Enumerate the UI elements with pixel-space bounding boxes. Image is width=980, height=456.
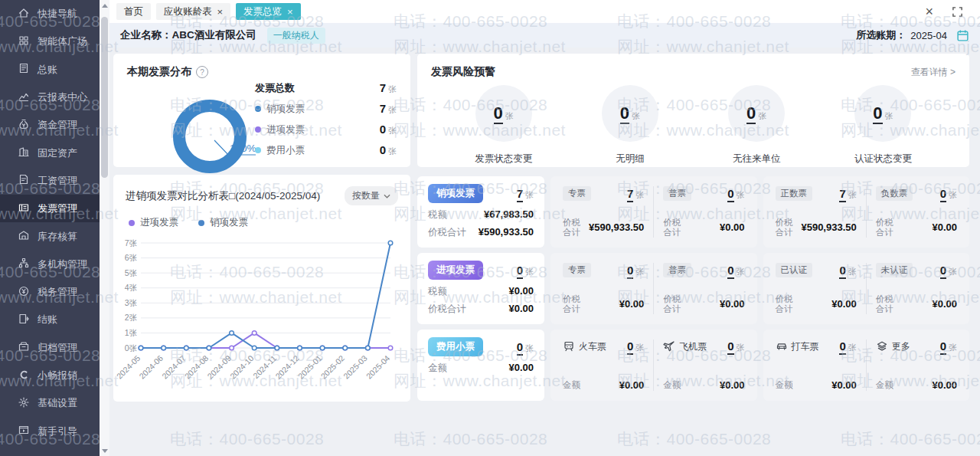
field-value: ¥590,933.50 bbox=[479, 226, 534, 239]
home-icon bbox=[18, 7, 30, 21]
count-link[interactable]: 7 bbox=[839, 187, 845, 202]
count-link[interactable]: 0 bbox=[940, 340, 946, 355]
invoice-type-badge[interactable]: 销项发票 bbox=[428, 184, 483, 203]
scroll-down-arrow-icon[interactable] bbox=[100, 445, 109, 456]
tab-label: 首页 bbox=[124, 5, 143, 18]
sub-field-value: ¥0.00 bbox=[932, 379, 957, 391]
tab-1[interactable]: 首页 bbox=[116, 3, 151, 20]
sidebar-item-7[interactable]: 工资管理 bbox=[0, 167, 100, 195]
scroll-up-arrow-icon[interactable] bbox=[100, 0, 109, 11]
chart-legend: 进项发票销项发票 bbox=[113, 205, 410, 229]
sub-bottom-line: 金额¥0.00 bbox=[776, 379, 857, 391]
count-link[interactable]: 0 bbox=[627, 264, 633, 279]
sub-type-badge: 普票 bbox=[663, 263, 691, 277]
sidebar-item-label: 发票管理 bbox=[38, 202, 77, 215]
legend-value: 0张 bbox=[380, 123, 397, 136]
sidebar-item-2[interactable]: 智能体广场 bbox=[0, 28, 100, 55]
maximize-icon[interactable] bbox=[952, 6, 963, 18]
sidebar: 快捷导航智能体广场总账云报表中心资金管理固定资产工资管理发票管理库存核算多机构管… bbox=[0, 0, 109, 456]
invoice-type-badge[interactable]: 进项发票 bbox=[428, 261, 483, 280]
period-label: 所选账期： bbox=[856, 28, 906, 42]
count-link[interactable]: 0 bbox=[727, 264, 733, 279]
invoice-sub-item: 普票0张价税合计¥0.00 bbox=[653, 263, 753, 314]
sub-field-value: ¥590,933.50 bbox=[801, 221, 856, 233]
sidebar-item-8[interactable]: 发票管理 bbox=[0, 195, 100, 222]
count-link[interactable]: 0 bbox=[517, 340, 523, 356]
legend-dot-icon bbox=[198, 220, 204, 226]
sidebar-item-16[interactable]: 新手引导 bbox=[0, 417, 100, 445]
main-card-top: 进项发票0张 bbox=[428, 261, 534, 280]
count-link[interactable]: 0 bbox=[839, 340, 845, 355]
invoice-sub-group: 专票0张价税合计¥0.00普票0张价税合计¥0.00 bbox=[550, 253, 757, 324]
sub-top-line: 更多0张 bbox=[876, 340, 957, 353]
count-link[interactable]: 0 bbox=[727, 340, 733, 355]
sidebar-item-12[interactable]: 结账 bbox=[0, 306, 100, 333]
legend-label: 进项发票 bbox=[255, 123, 305, 136]
donut-chart bbox=[173, 100, 247, 173]
view-details-link[interactable]: 查看详情 > bbox=[911, 66, 956, 79]
sidebar-scrollbar-thumb[interactable] bbox=[101, 17, 108, 178]
agent-plaza-icon bbox=[18, 34, 30, 49]
by-quantity-dropdown[interactable]: 按数量 bbox=[345, 186, 398, 205]
risk-count[interactable]: 0 bbox=[620, 103, 629, 124]
inventory-icon bbox=[18, 229, 30, 244]
sidebar-item-3[interactable]: 总账 bbox=[0, 56, 100, 84]
sidebar-item-15[interactable]: 基础设置 bbox=[0, 389, 100, 417]
count-link[interactable]: 0 bbox=[517, 264, 523, 279]
count-link[interactable]: 0 bbox=[727, 187, 733, 202]
sub-type-badge: 专票 bbox=[563, 186, 591, 201]
count-link[interactable]: 0 bbox=[839, 264, 845, 279]
guide-icon bbox=[18, 424, 30, 438]
count-link[interactable]: 0 bbox=[627, 340, 633, 355]
help-icon[interactable]: ? bbox=[196, 66, 208, 78]
sidebar-item-10[interactable]: 多机构管理 bbox=[0, 251, 100, 278]
sidebar-item-label: 基础设置 bbox=[38, 396, 77, 410]
sub-field-label: 价税合计 bbox=[663, 294, 686, 314]
calendar-icon[interactable] bbox=[956, 29, 969, 42]
sidebar-item-14[interactable]: 小畅报销 bbox=[0, 362, 100, 389]
count-link[interactable]: 7 bbox=[627, 187, 633, 202]
sidebar-item-4[interactable]: 云报表中心 bbox=[0, 84, 100, 111]
tab-3[interactable]: 发票总览× bbox=[236, 3, 301, 20]
chart-legend-item[interactable]: 进项发票 bbox=[129, 216, 178, 229]
tab-label: 发票总览 bbox=[243, 5, 282, 18]
tab-close-icon[interactable]: × bbox=[287, 7, 293, 17]
invoice-sub-item: 专票0张价税合计¥0.00 bbox=[554, 263, 653, 314]
distribution-legend-row: 销项发票7张 bbox=[255, 102, 397, 116]
sidebar-item-11[interactable]: 税务管理 bbox=[0, 278, 100, 306]
count-link[interactable]: 7 bbox=[517, 187, 523, 202]
svg-text:3张: 3张 bbox=[125, 298, 138, 307]
risk-count[interactable]: 0 bbox=[494, 103, 503, 124]
sub-field-value: ¥0.00 bbox=[932, 298, 957, 310]
plane-icon bbox=[663, 340, 675, 353]
invoice-sub-item: 普票0张价税合计¥0.00 bbox=[653, 186, 753, 238]
period-value[interactable]: 2025-04 bbox=[910, 30, 947, 41]
sidebar-item-13[interactable]: 归档管理 bbox=[0, 334, 100, 362]
sidebar-item-9[interactable]: 库存核算 bbox=[0, 222, 100, 250]
sidebar-item-6[interactable]: 固定资产 bbox=[0, 139, 100, 166]
risk-count[interactable]: 0 bbox=[746, 103, 756, 124]
chevron-down-icon bbox=[384, 194, 390, 198]
svg-text:2024-07: 2024-07 bbox=[160, 353, 188, 381]
watermark-text: 电话：400-665-0028网址：www.chanjet.net bbox=[170, 428, 342, 456]
more-icon bbox=[876, 340, 888, 353]
sub-field-label: 金额 bbox=[663, 380, 681, 390]
general-ledger-icon bbox=[18, 62, 30, 77]
risk-count[interactable]: 0 bbox=[873, 103, 882, 124]
sidebar-item-1[interactable]: 快捷导航 bbox=[0, 0, 100, 28]
invoice-type-badge[interactable]: 费用小票 bbox=[428, 337, 483, 356]
tab-close-icon[interactable]: × bbox=[217, 7, 224, 17]
sub-top-line: 已认证0张 bbox=[776, 263, 857, 277]
count-link[interactable]: 0 bbox=[940, 264, 946, 279]
sidebar-item-5[interactable]: 资金管理 bbox=[0, 111, 100, 139]
tab-2[interactable]: 应收账龄表× bbox=[156, 3, 230, 20]
sub-field-value: ¥0.00 bbox=[831, 379, 857, 391]
count-link[interactable]: 0 bbox=[940, 187, 946, 202]
fixed-assets-icon bbox=[18, 146, 30, 160]
sub-bottom-line: 价税合计¥590,933.50 bbox=[563, 218, 644, 238]
invoice-main-card: 费用小票0张金额¥0.00 bbox=[417, 330, 544, 401]
sidebar-scrollbar[interactable] bbox=[100, 0, 109, 456]
close-icon[interactable]: × bbox=[925, 5, 933, 18]
chart-legend-item[interactable]: 销项发票 bbox=[198, 216, 248, 229]
sub-field-label: 价税合计 bbox=[776, 218, 799, 238]
